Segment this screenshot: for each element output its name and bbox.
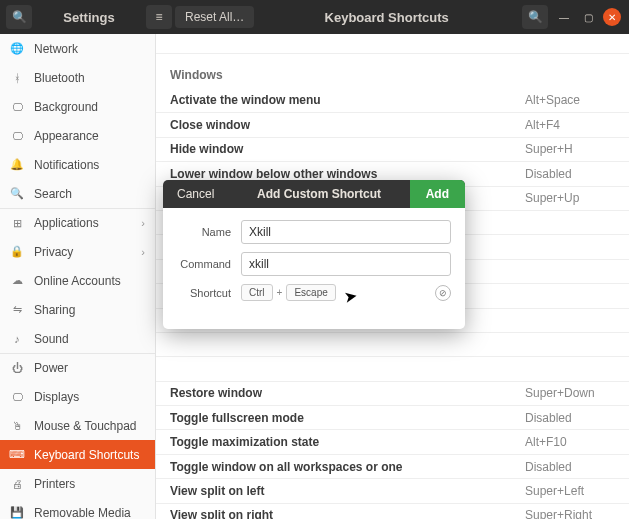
sidebar-item-mouse-touchpad[interactable]: 🖱Mouse & Touchpad [0, 411, 155, 440]
reset-all-button[interactable]: Reset All… [175, 6, 254, 28]
shortcut-value: Super+Up [525, 191, 615, 205]
sidebar-item-label: Power [34, 361, 68, 375]
dialog-title: Add Custom Shortcut [228, 187, 409, 201]
shortcut-row[interactable]: Toggle maximization stateAlt+F10 [156, 429, 629, 453]
shortcut-row[interactable]: Restore windowSuper+Down [156, 381, 629, 405]
shortcut-row[interactable]: Activate the window menuAlt+Space [156, 88, 629, 112]
shortcut-label: Close window [170, 118, 525, 132]
chevron-right-icon: › [141, 246, 145, 258]
shortcut-row[interactable] [156, 356, 629, 380]
sidebar-item-sound[interactable]: ♪Sound [0, 324, 155, 353]
sidebar-item-online-accounts[interactable]: ☁Online Accounts [0, 266, 155, 295]
sidebar-item-displays[interactable]: 🖵Displays [0, 382, 155, 411]
network-icon: 🌐 [10, 42, 24, 55]
sidebar-item-label: Keyboard Shortcuts [34, 448, 139, 462]
shortcut-label: Activate the window menu [170, 93, 525, 107]
sidebar-item-label: Removable Media [34, 506, 131, 520]
shortcut-value: Disabled [525, 411, 615, 425]
shortcut-row[interactable]: Toggle fullscreen modeDisabled [156, 405, 629, 429]
cancel-button[interactable]: Cancel [163, 187, 228, 201]
sidebar-item-power[interactable]: ⏻Power [0, 353, 155, 382]
keycap-ctrl: Ctrl [241, 284, 273, 301]
shortcut-value: Super+H [525, 142, 615, 156]
sidebar-item-privacy[interactable]: 🔒Privacy› [0, 237, 155, 266]
shortcut-label: Hide window [170, 142, 525, 156]
keyboard-shortcuts-icon: ⌨ [10, 448, 24, 461]
sidebar-item-search[interactable]: 🔍Search [0, 179, 155, 208]
sidebar-item-label: Search [34, 187, 72, 201]
shortcut-value: Super+Down [525, 386, 615, 400]
sidebar-item-label: Privacy [34, 245, 73, 259]
sidebar-item-removable-media[interactable]: 💾Removable Media [0, 498, 155, 519]
command-input[interactable] [241, 252, 451, 276]
sidebar-item-label: Sharing [34, 303, 75, 317]
shortcut-value: Super+Left [525, 484, 615, 498]
applications-icon: ⊞ [10, 217, 24, 230]
privacy-icon: 🔒 [10, 245, 24, 258]
shortcut-value: Alt+F4 [525, 118, 615, 132]
search-icon[interactable]: 🔍 [6, 5, 32, 29]
shortcut-row[interactable]: View split on rightSuper+Right [156, 503, 629, 519]
sidebar-item-keyboard-shortcuts[interactable]: ⌨Keyboard Shortcuts [0, 440, 155, 469]
sidebar-item-notifications[interactable]: 🔔Notifications [0, 150, 155, 179]
name-input[interactable] [241, 220, 451, 244]
shortcut-value: Disabled [525, 167, 615, 181]
mouse-touchpad-icon: 🖱 [10, 420, 24, 432]
shortcut-value: Disabled [525, 460, 615, 474]
shortcut-row[interactable]: Hide windowSuper+H [156, 137, 629, 161]
shortcut-label: Restore window [170, 386, 525, 400]
sidebar: 🌐NetworkᚼBluetooth🖵Background🖵Appearance… [0, 34, 156, 519]
titlebar: 🔍 Settings ≡ Reset All… Keyboard Shortcu… [0, 0, 629, 34]
sidebar-item-label: Background [34, 100, 98, 114]
shortcut-label: Toggle fullscreen mode [170, 411, 525, 425]
sidebar-item-label: Sound [34, 332, 69, 346]
sharing-icon: ⇋ [10, 303, 24, 316]
page-title: Keyboard Shortcuts [254, 10, 519, 25]
hamburger-icon[interactable]: ≡ [146, 5, 172, 29]
app-title: Settings [35, 10, 143, 25]
minimize-icon[interactable]: — [555, 8, 573, 26]
notifications-icon: 🔔 [10, 158, 24, 171]
shortcut-value: Alt+F10 [525, 435, 615, 449]
add-button[interactable]: Add [410, 180, 465, 208]
displays-icon: 🖵 [10, 391, 24, 403]
sidebar-item-appearance[interactable]: 🖵Appearance [0, 121, 155, 150]
sidebar-item-printers[interactable]: 🖨Printers [0, 469, 155, 498]
shortcut-row[interactable]: Toggle window on all workspaces or oneDi… [156, 454, 629, 478]
sidebar-item-bluetooth[interactable]: ᚼBluetooth [0, 63, 155, 92]
appearance-icon: 🖵 [10, 130, 24, 142]
sidebar-item-label: Printers [34, 477, 75, 491]
shortcut-row[interactable]: View split on leftSuper+Left [156, 478, 629, 502]
section-title: Windows [156, 54, 629, 88]
add-custom-shortcut-dialog: Cancel Add Custom Shortcut Add Name Comm… [163, 180, 465, 329]
shortcut-label: Shortcut [177, 287, 241, 299]
sidebar-item-label: Mouse & Touchpad [34, 419, 137, 433]
shortcut-row[interactable] [156, 332, 629, 356]
power-icon: ⏻ [10, 362, 24, 374]
page-search-icon[interactable]: 🔍 [522, 5, 548, 29]
shortcut-value: Super+Right [525, 508, 615, 519]
sidebar-item-background[interactable]: 🖵Background [0, 92, 155, 121]
shortcut-label: Toggle window on all workspaces or one [170, 460, 525, 474]
shortcut-row[interactable]: Close windowAlt+F4 [156, 112, 629, 136]
sidebar-item-label: Bluetooth [34, 71, 85, 85]
sidebar-item-network[interactable]: 🌐Network [0, 34, 155, 63]
sidebar-item-label: Appearance [34, 129, 99, 143]
keycap-escape: Escape [286, 284, 335, 301]
clear-shortcut-icon[interactable]: ⊘ [435, 285, 451, 301]
sidebar-item-label: Applications [34, 216, 99, 230]
shortcut-value: Alt+Space [525, 93, 615, 107]
close-icon[interactable]: ✕ [603, 8, 621, 26]
command-label: Command [177, 258, 241, 270]
shortcut-label: View split on left [170, 484, 525, 498]
key-plus: + [277, 287, 283, 298]
sidebar-item-label: Notifications [34, 158, 99, 172]
sidebar-item-sharing[interactable]: ⇋Sharing [0, 295, 155, 324]
online-accounts-icon: ☁ [10, 274, 24, 287]
sidebar-item-applications[interactable]: ⊞Applications› [0, 208, 155, 237]
background-icon: 🖵 [10, 101, 24, 113]
sidebar-item-label: Displays [34, 390, 79, 404]
sidebar-item-label: Online Accounts [34, 274, 121, 288]
maximize-icon[interactable]: ▢ [579, 8, 597, 26]
chevron-right-icon: › [141, 217, 145, 229]
